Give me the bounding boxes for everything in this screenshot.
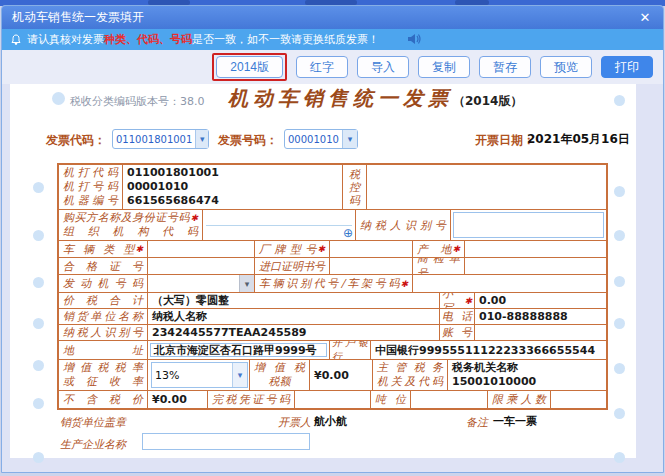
copy-button[interactable]: 复制: [418, 56, 470, 78]
passenger-limit-input[interactable]: [550, 391, 606, 408]
decor-dot: [33, 182, 44, 193]
tonnage-input[interactable]: [410, 391, 487, 408]
inspection-no-input[interactable]: [464, 258, 606, 274]
decor-dot: [33, 452, 44, 463]
tax-office-label: 主管税务 机关及代码: [372, 360, 447, 390]
vin-label: 车辆识别代号/车架号码✱: [254, 275, 412, 292]
tax-control-code-field[interactable]: [366, 165, 606, 209]
invoice-date-label: 开票日期：: [475, 132, 535, 149]
seller-seal-label: 销货单位盖章: [60, 415, 126, 430]
cert-no-input[interactable]: [147, 258, 254, 274]
account-input[interactable]: [474, 325, 606, 340]
invoice-title-suffix: （2014版）: [453, 93, 522, 110]
chevron-down-icon: ▾: [195, 130, 208, 148]
decor-dot: [33, 398, 44, 409]
decor-dot: [52, 92, 65, 105]
red-invoice-button[interactable]: 红字: [296, 56, 348, 78]
remark-value: 一车一票: [493, 414, 537, 429]
invoice-number-select[interactable]: 00001010 ▾: [284, 129, 358, 149]
seller-taxid-label: 纳税人识别号: [59, 325, 147, 340]
decor-dot: [33, 230, 44, 241]
bank-value: 中国银行99955511122233366655544: [370, 341, 606, 359]
cert-no-label: 合格证号: [59, 258, 147, 274]
brand-model-input[interactable]: [329, 241, 412, 257]
machine-values: 011001801001 00001010 661565686474: [122, 165, 342, 209]
machine-code-value: 011001801001: [127, 166, 338, 180]
brand-model-label: 厂牌型号✱: [254, 241, 329, 257]
address-label: 地址: [59, 341, 147, 359]
phone-label: 电话: [439, 309, 474, 324]
import-cert-input[interactable]: [329, 258, 412, 274]
preview-button[interactable]: 预览: [540, 56, 592, 78]
decor-dot: [614, 318, 625, 329]
manufacturer-label: 生产企业名称: [60, 437, 126, 452]
decor-dot: [33, 360, 44, 371]
engine-no-label: 发动机号码: [59, 275, 147, 292]
tax-receipt-label: 完税凭证号码: [207, 391, 294, 408]
decor-dot: [614, 408, 625, 419]
issuer-label: 开票人: [278, 415, 311, 430]
engine-no-select[interactable]: ▾: [147, 275, 254, 292]
inspection-no-label: 商检单号: [412, 258, 464, 274]
vat-rate-cell: 13% ▾: [147, 360, 249, 390]
machine-number-value: 00001010: [127, 180, 338, 194]
dialog-title: 机动车销售统一发票填开: [12, 10, 144, 24]
address-input[interactable]: 北京市海淀区杏石口路甲9999号: [150, 343, 327, 357]
vat-amount-value: ¥0.00: [309, 360, 372, 390]
invoice-number-label: 发票号码：: [218, 132, 278, 149]
invoice-table: 机打代码 机打号码 机器编号 011001801001 00001010 661…: [57, 163, 608, 410]
buyer-name-input[interactable]: [206, 211, 352, 226]
invoice-title: 机动车销售统一发票 （2014版）: [228, 85, 522, 112]
import-button[interactable]: 导入: [357, 56, 409, 78]
dialog-titlebar: 机动车销售统一发票填开 ✕: [2, 6, 663, 29]
notice-text: 请认真核对发票种类、代码、号码是否一致，如不一致请更换纸质发票！: [27, 29, 379, 50]
version-2014-button[interactable]: 2014版: [216, 56, 283, 78]
tax-receipt-input[interactable]: [294, 391, 370, 408]
manufacturer-input[interactable]: [142, 433, 310, 450]
vat-rate-select[interactable]: 13% ▾: [151, 362, 248, 388]
speaker-icon[interactable]: [406, 32, 422, 46]
vehicle-type-label: 车辆类型✱: [59, 241, 147, 257]
decor-dot: [33, 318, 44, 329]
decor-dot: [614, 276, 625, 287]
machine-labels: 机打代码 机打号码 机器编号: [59, 165, 122, 209]
decor-dot: [614, 95, 625, 106]
remark-label: 备注: [466, 415, 488, 430]
machine-id-value: 661565686474: [127, 194, 338, 208]
org-code-input[interactable]: [206, 227, 341, 240]
buyer-labels: 购买方名称及身份证号码✱ 组织机构代码: [59, 210, 202, 240]
vin-input[interactable]: [412, 275, 606, 292]
required-asterisk: ✱: [190, 211, 198, 225]
decor-dot: [33, 277, 44, 288]
chevron-down-icon: ▾: [342, 130, 357, 148]
required-asterisk: ✱: [317, 244, 325, 254]
buyer-taxid-cell: [450, 210, 606, 240]
origin-input[interactable]: [464, 241, 606, 257]
save-draft-button[interactable]: 暂存: [479, 56, 531, 78]
print-button[interactable]: 打印: [601, 56, 653, 78]
net-price-label: 不含税价: [59, 391, 147, 408]
buyer-name-inputs[interactable]: ⊕: [202, 210, 355, 240]
phone-value: 010-88888888: [474, 309, 606, 324]
tonnage-label: 吨位: [370, 391, 410, 408]
toolbar: 2014版 红字 导入 复制 暂存 预览 打印: [2, 50, 663, 84]
decor-dot: [614, 363, 625, 374]
issuer-value: 航小航: [314, 414, 347, 429]
seller-name-value: 纳税人名称: [147, 309, 439, 324]
account-label: 账号: [439, 325, 474, 340]
total-numeric-value[interactable]: 0.00: [474, 293, 606, 308]
address-cell: 北京市海淀区杏石口路甲9999号: [147, 341, 329, 359]
vehicle-type-input[interactable]: [147, 241, 254, 257]
invoice-code-select[interactable]: 011001801001 ▾: [112, 129, 209, 149]
buyer-taxid-input[interactable]: [453, 212, 604, 238]
vat-rate-label: 增值税税率 或征收率: [59, 360, 147, 390]
tax-office-code: 15001010000: [452, 375, 602, 389]
total-label: 价税合计: [59, 293, 147, 308]
import-cert-label: 进口证明书号: [254, 258, 329, 274]
seller-name-label: 销货单位名称: [59, 309, 147, 324]
decor-dot: [614, 452, 625, 463]
tax-office-name: 税务机关名称: [452, 361, 602, 375]
close-icon[interactable]: ✕: [635, 6, 655, 29]
tax-control-code-label: 税控码: [342, 165, 366, 209]
add-plus-icon[interactable]: ⊕: [343, 227, 353, 239]
